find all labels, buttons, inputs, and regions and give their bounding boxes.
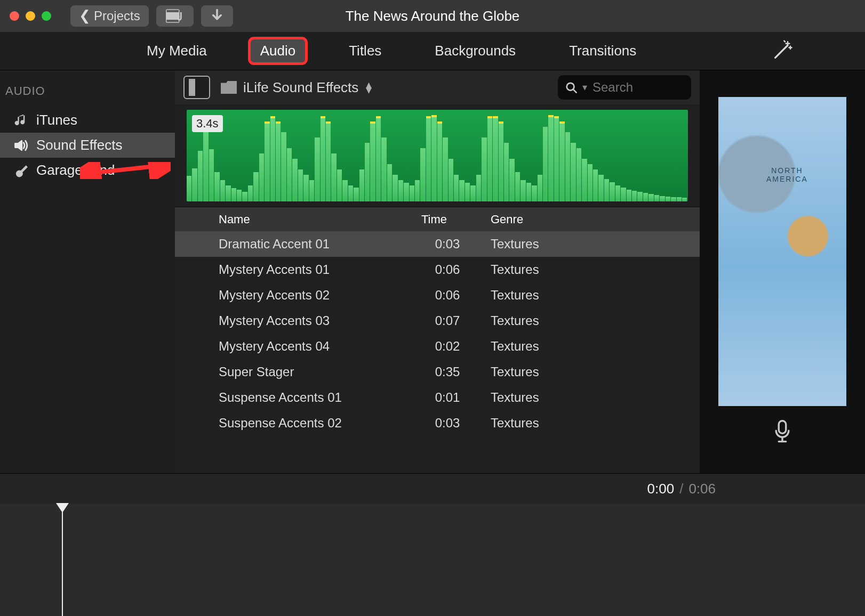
- cell-name: Mystery Accents 01: [210, 262, 413, 277]
- cell-name: Suspense Accents 01: [210, 390, 413, 405]
- svg-rect-2: [166, 20, 179, 22]
- tab-titles[interactable]: Titles: [338, 38, 392, 63]
- search-input[interactable]: [592, 80, 684, 95]
- voiceover-record-button[interactable]: [773, 420, 792, 443]
- cell-genre: Textures: [482, 416, 700, 431]
- cell-name: Mystery Accents 02: [210, 288, 413, 303]
- projects-label: Projects: [94, 9, 140, 23]
- microphone-icon: [773, 420, 792, 443]
- cell-genre: Textures: [482, 313, 700, 328]
- download-button[interactable]: [201, 5, 233, 27]
- download-arrow-icon: [211, 9, 223, 23]
- table-row[interactable]: Suspense Accents 010:01Textures: [175, 385, 700, 410]
- table-row[interactable]: Mystery Accents 010:06Textures: [175, 257, 700, 282]
- search-icon: [565, 82, 577, 93]
- minimize-window-button[interactable]: [26, 11, 35, 21]
- cell-time: 0:07: [413, 313, 482, 328]
- svg-line-5: [573, 90, 576, 93]
- media-import-button[interactable]: [156, 5, 194, 27]
- tab-audio[interactable]: Audio: [250, 38, 307, 63]
- cell-genre: Textures: [482, 390, 700, 405]
- column-name[interactable]: Name: [210, 213, 413, 226]
- table-row[interactable]: Suspense Accents 020:03Textures: [175, 410, 700, 436]
- cell-time: 0:35: [413, 364, 482, 379]
- sidebar-item-sound-effects[interactable]: Sound Effects: [0, 133, 175, 158]
- cell-genre: Textures: [482, 339, 700, 354]
- cell-time: 0:01: [413, 390, 482, 405]
- enhance-wand-button[interactable]: [764, 37, 801, 64]
- table-header: Name Time Genre: [175, 207, 700, 231]
- maximize-window-button[interactable]: [42, 11, 51, 21]
- title-bar: ❮ Projects The News Around the Globe: [0, 0, 865, 32]
- window-controls: [10, 11, 51, 21]
- browser-header: iLife Sound Effects ▴▾ ▾: [175, 70, 700, 104]
- music-note-icon: [13, 112, 29, 128]
- cell-name: Mystery Accents 03: [210, 313, 413, 328]
- viewer-panel: [700, 70, 865, 473]
- cell-genre: Textures: [482, 237, 700, 252]
- viewer-thumbnail[interactable]: [718, 97, 846, 406]
- project-duration: 0:06: [688, 481, 716, 497]
- playhead-time: 0:00: [647, 481, 675, 497]
- cell-time: 0:06: [413, 262, 482, 277]
- chevron-left-icon: ❮: [79, 7, 91, 24]
- cell-genre: Textures: [482, 262, 700, 277]
- main-area: AUDIO iTunes Sound Effects GarageBand: [0, 70, 865, 473]
- cell-time: 0:03: [413, 237, 482, 252]
- sidebar-item-label: Sound Effects: [36, 137, 122, 153]
- time-separator: /: [679, 481, 683, 497]
- svg-rect-1: [166, 10, 179, 12]
- projects-back-button[interactable]: ❮ Projects: [70, 5, 149, 27]
- playhead[interactable]: [62, 504, 63, 616]
- audio-browser: iLife Sound Effects ▴▾ ▾ 3.4s Name Time: [175, 70, 700, 473]
- cell-time: 0:06: [413, 288, 482, 303]
- cell-name: Super Stager: [210, 364, 413, 379]
- cell-time: 0:03: [413, 416, 482, 431]
- speaker-icon: [13, 137, 29, 153]
- tab-transitions[interactable]: Transitions: [558, 38, 647, 63]
- sidebar-item-garageband[interactable]: GarageBand: [0, 158, 175, 183]
- svg-rect-6: [779, 421, 786, 434]
- table-row[interactable]: Mystery Accents 040:02Textures: [175, 334, 700, 359]
- cell-name: Suspense Accents 02: [210, 416, 413, 431]
- timeline[interactable]: [0, 504, 865, 616]
- library-name: iLife Sound Effects: [243, 79, 358, 96]
- column-genre[interactable]: Genre: [482, 213, 700, 226]
- sidebar-item-label: GarageBand: [36, 162, 115, 179]
- audio-sidebar: AUDIO iTunes Sound Effects GarageBand: [0, 70, 175, 473]
- guitar-icon: [13, 163, 29, 179]
- close-window-button[interactable]: [10, 11, 19, 21]
- column-time[interactable]: Time: [413, 213, 482, 226]
- cell-time: 0:02: [413, 339, 482, 354]
- time-readout: 0:00 / 0:06: [0, 473, 865, 504]
- sidebar-header: AUDIO: [0, 84, 175, 98]
- cell-name: Mystery Accents 04: [210, 339, 413, 354]
- folder-icon: [221, 81, 237, 94]
- cell-name: Dramatic Accent 01: [210, 237, 413, 252]
- sidebar-item-itunes[interactable]: iTunes: [0, 108, 175, 133]
- sidebar-panel-toggle[interactable]: [183, 76, 210, 99]
- tab-my-media[interactable]: My Media: [136, 38, 218, 63]
- magic-wand-icon: [772, 40, 793, 61]
- cell-genre: Textures: [482, 364, 700, 379]
- sidebar-item-label: iTunes: [36, 112, 77, 128]
- cell-genre: Textures: [482, 288, 700, 303]
- tab-backgrounds[interactable]: Backgrounds: [424, 38, 526, 63]
- search-field[interactable]: ▾: [558, 75, 691, 100]
- table-row[interactable]: Mystery Accents 030:07Textures: [175, 308, 700, 334]
- table-row[interactable]: Dramatic Accent 010:03Textures: [175, 231, 700, 257]
- filmstrip-music-icon: [166, 9, 184, 23]
- table-row[interactable]: Super Stager0:35Textures: [175, 359, 700, 385]
- chevron-down-icon: ▾: [582, 82, 587, 93]
- table-row[interactable]: Mystery Accents 020:06Textures: [175, 282, 700, 308]
- waveform-duration-badge: 3.4s: [192, 115, 223, 132]
- audio-table: Name Time Genre Dramatic Accent 010:03Te…: [175, 207, 700, 473]
- library-tabs: My Media Audio Titles Backgrounds Transi…: [0, 32, 865, 70]
- updown-chevron-icon: ▴▾: [366, 82, 372, 93]
- waveform-preview[interactable]: 3.4s: [175, 104, 700, 207]
- library-dropdown[interactable]: iLife Sound Effects ▴▾: [221, 79, 372, 96]
